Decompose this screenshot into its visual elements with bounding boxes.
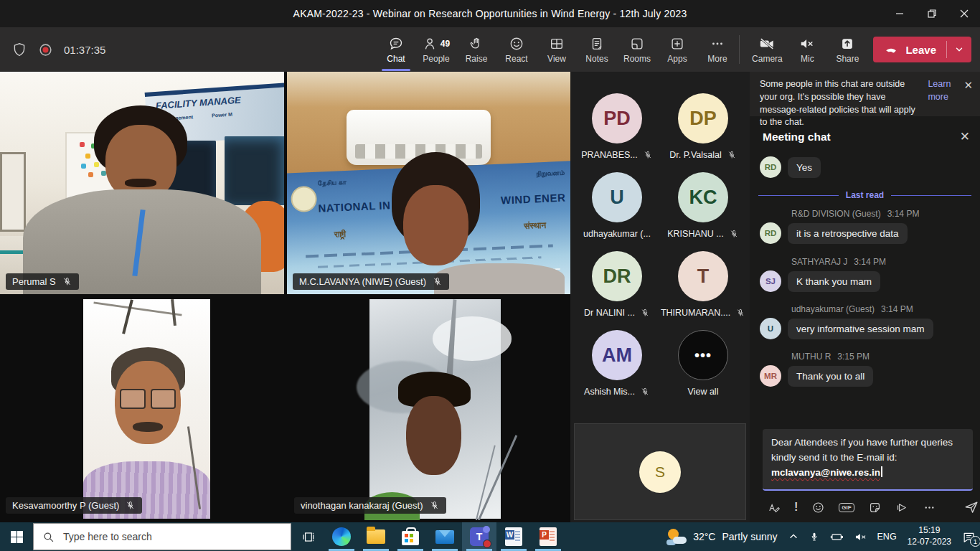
leave-options-chevron[interactable] (947, 44, 971, 55)
external-users-notice: Some people in this chat are outside you… (750, 72, 980, 116)
taskbar-search[interactable]: Type here to search (33, 523, 291, 550)
meeting-status-group: 01:37:35 (11, 27, 105, 72)
task-view-button[interactable] (291, 522, 324, 551)
avatar[interactable]: RD (760, 156, 781, 178)
notification-badge: 1 (970, 536, 980, 547)
tab-more[interactable]: More (697, 27, 738, 72)
taskbar-teams[interactable]: T (462, 522, 496, 551)
participant-krishanu[interactable]: KC KRISHANU ... (664, 172, 743, 239)
camera-button[interactable]: Camera (747, 27, 787, 72)
message-time: 3:15 PM (837, 352, 870, 362)
tab-react[interactable]: React (496, 27, 537, 72)
tab-raise[interactable]: Raise (456, 27, 496, 72)
toolbar-right-controls: Camera Mic Share Leave (739, 27, 971, 72)
muted-mic-icon (735, 308, 745, 318)
tab-chat-label: Chat (387, 54, 405, 64)
message-bubble[interactable]: Yes (788, 157, 821, 178)
taskbar-powerpoint[interactable]: P (531, 522, 565, 551)
video-stage: FACILITY MANAGE m Management Power M (0, 72, 570, 522)
tab-rooms[interactable]: Rooms (617, 27, 657, 72)
close-button[interactable] (948, 0, 980, 27)
message-bubble[interactable]: K thank you mam (788, 271, 880, 292)
participant-name: Dr NALINI ... (584, 308, 635, 318)
leave-button[interactable]: Leave (873, 42, 946, 57)
camera-label: Camera (752, 54, 783, 64)
video-tile-perumal[interactable]: FACILITY MANAGE m Management Power M (0, 72, 284, 294)
weather-widget[interactable]: 32°C Partly sunny (666, 528, 777, 545)
muted-mic-icon (62, 276, 72, 287)
tab-people[interactable]: 49 People (416, 27, 456, 72)
tray-volume-muted-icon[interactable] (854, 532, 867, 542)
recording-indicator-icon (38, 42, 53, 57)
importance-icon[interactable]: ! (794, 501, 798, 514)
windows-taskbar: Type here to search T W P 32°C Partly su… (0, 522, 980, 551)
learn-more-link[interactable]: Learn more (928, 78, 958, 110)
mic-button[interactable]: Mic (787, 27, 827, 72)
avatar[interactable]: RD (760, 222, 781, 244)
chat-header: Meeting chat ✕ (763, 129, 970, 144)
participant-ashish[interactable]: AM Ashish Mis... (578, 330, 656, 397)
taskbar-edge[interactable] (324, 522, 359, 551)
message-bubble[interactable]: very informative session mam (788, 319, 933, 339)
start-button[interactable] (0, 522, 33, 551)
avatar[interactable]: SJ (760, 270, 781, 292)
video-tile-vinothagan[interactable] (287, 298, 570, 520)
participant-pranabes[interactable]: PD PRANABES... (578, 93, 656, 160)
chat-close-icon[interactable]: ✕ (960, 129, 970, 144)
view-all-button[interactable]: ••• View all (664, 330, 743, 397)
taskbar-clock[interactable]: 15:19 12-07-2023 (908, 525, 951, 547)
video-tile-lavanya[interactable]: தேசிய கா நிறுவனம் NATIONAL IN WIND ENER … (287, 72, 570, 294)
participant-thirumaran[interactable]: T THIRUMARAN.... (664, 251, 743, 318)
tab-apps[interactable]: Apps (657, 27, 697, 72)
tab-notes[interactable]: Notes (577, 27, 617, 72)
language-indicator[interactable]: ENG (877, 532, 897, 542)
avatar: KC (678, 172, 728, 222)
restore-button[interactable] (915, 0, 948, 27)
message-compose-input[interactable]: Dear Attendees if you have further queri… (763, 429, 973, 491)
message-bubble[interactable]: Thank you to all (788, 366, 873, 387)
avatar[interactable]: MR (760, 365, 781, 387)
taskbar-mail[interactable] (428, 522, 462, 551)
message-author: R&D DIVISION (Guest) (791, 209, 881, 219)
tray-chevron-up-icon[interactable] (788, 532, 798, 542)
taskbar-word[interactable]: W (496, 522, 531, 551)
toolbar-separator (739, 35, 740, 64)
video-scene-outdoor (369, 299, 501, 519)
banner-english-right: WIND ENER (501, 192, 566, 207)
shield-icon[interactable] (11, 42, 27, 57)
cloud2 (433, 316, 512, 360)
message-retrospective: RD it is a retrospective data (760, 222, 908, 244)
participant-udhayakumar[interactable]: U udhayakumar (... (578, 172, 656, 239)
avatar: T (678, 251, 728, 301)
video-clip-icon[interactable] (895, 501, 909, 514)
participant-nalini[interactable]: DR Dr NALINI ... (578, 251, 656, 318)
tab-chat[interactable]: Chat (376, 27, 416, 72)
message-bubble[interactable]: it is a retrospective data (788, 223, 908, 244)
minimize-button[interactable] (883, 0, 915, 27)
self-video-tile[interactable]: S (574, 423, 746, 520)
sticker-icon[interactable] (868, 501, 882, 514)
wall-monitor-right (225, 136, 284, 205)
tray-power-icon[interactable] (830, 532, 844, 542)
participant-name: PRANABES... (581, 150, 638, 160)
banner-hindi-left: राष्ट्री (334, 229, 347, 240)
active-tab-underline (382, 69, 410, 71)
tab-apps-label: Apps (667, 54, 687, 64)
emoji-icon[interactable] (811, 501, 825, 514)
tab-view[interactable]: View (537, 27, 577, 72)
participant-valsalal[interactable]: DP Dr. P.Valsalal (664, 93, 743, 160)
taskbar-store[interactable] (393, 522, 428, 551)
video-tile-kesavamoorthy[interactable] (0, 298, 284, 520)
notice-close-icon[interactable]: ✕ (963, 79, 973, 110)
gif-icon[interactable]: GIF (839, 503, 854, 512)
action-center-button[interactable]: 1 (962, 530, 976, 544)
send-icon[interactable] (963, 499, 979, 515)
share-button[interactable]: Share (827, 27, 867, 72)
notice-text: Some people in this chat are outside you… (760, 78, 922, 110)
avatar[interactable]: U (760, 318, 781, 339)
more-compose-icon[interactable] (923, 501, 936, 514)
format-icon[interactable] (767, 501, 781, 514)
tray-mic-icon[interactable] (809, 531, 819, 542)
taskbar-file-explorer[interactable] (359, 522, 393, 551)
message-header: SATHYARAJ J3:14 PM (791, 257, 886, 267)
